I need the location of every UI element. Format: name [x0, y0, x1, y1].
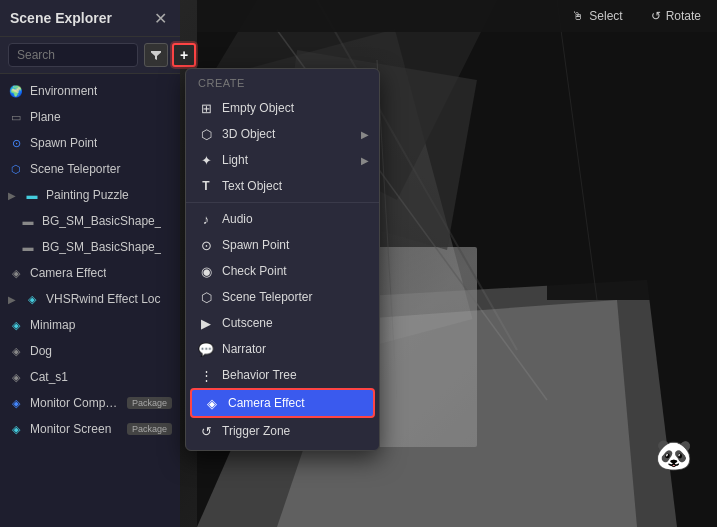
create-spawn-point[interactable]: ⊙ Spawn Point — [186, 232, 379, 258]
package-badge: Package — [127, 397, 172, 409]
create-empty-object[interactable]: ⊞ Empty Object — [186, 95, 379, 121]
item-label: Cutscene — [222, 316, 273, 330]
create-light[interactable]: ✦ Light ▶ — [186, 147, 379, 173]
item-label: BG_SM_BasicShape_ — [42, 214, 161, 228]
filter-icon — [150, 49, 162, 61]
camera-effect-create-icon: ◈ — [204, 395, 220, 411]
search-input[interactable] — [8, 43, 138, 67]
svg-rect-7 — [547, 0, 717, 300]
list-item-spawn-point[interactable]: ⊙ Spawn Point — [0, 130, 180, 156]
item-label: Camera Effect — [228, 396, 304, 410]
create-behavior-tree[interactable]: ⋮ Behavior Tree — [186, 362, 379, 388]
environment-icon: 🌍 — [8, 83, 24, 99]
package-badge: Package — [127, 423, 172, 435]
list-item-monitor-screen[interactable]: ◈ Monitor Screen Package — [0, 416, 180, 442]
trigger-zone-icon: ↺ — [198, 423, 214, 439]
item-label: 3D Object — [222, 127, 275, 141]
top-toolbar: 🖱 Select ↺ Rotate — [197, 0, 717, 32]
audio-icon: ♪ — [198, 211, 214, 227]
select-button[interactable]: 🖱 Select — [566, 6, 628, 26]
rotate-label: Rotate — [666, 9, 701, 23]
shape-icon: ▬ — [20, 239, 36, 255]
teleporter-icon: ⬡ — [8, 161, 24, 177]
item-label: BG_SM_BasicShape_ — [42, 240, 161, 254]
item-label: Check Point — [222, 264, 287, 278]
item-label: Camera Effect — [30, 266, 106, 280]
create-trigger-zone[interactable]: ↺ Trigger Zone — [186, 418, 379, 444]
item-label: Dog — [30, 344, 52, 358]
create-camera-effect[interactable]: ◈ Camera Effect — [190, 388, 375, 418]
list-item-bg-sm-2[interactable]: ▬ BG_SM_BasicShape_ — [0, 234, 180, 260]
create-scene-teleporter[interactable]: ⬡ Scene Teleporter — [186, 284, 379, 310]
monitor-icon: ◈ — [8, 395, 24, 411]
create-narrator[interactable]: 💬 Narrator — [186, 336, 379, 362]
scene-teleporter-icon: ⬡ — [198, 289, 214, 305]
close-button[interactable]: ✕ — [150, 8, 170, 28]
item-label: Scene Teleporter — [222, 290, 313, 304]
cursor-icon: 🖱 — [572, 9, 584, 23]
vhsr-icon: ◈ — [24, 291, 40, 307]
list-item-dog[interactable]: ◈ Dog — [0, 338, 180, 364]
explorer-search-bar: + — [0, 37, 180, 74]
item-label: Behavior Tree — [222, 368, 297, 382]
filter-button[interactable] — [144, 43, 168, 67]
list-item-minimap[interactable]: ◈ Minimap — [0, 312, 180, 338]
submenu-arrow: ▶ — [361, 155, 369, 166]
create-audio[interactable]: ♪ Audio — [186, 206, 379, 232]
spawn-icon: ⊙ — [8, 135, 24, 151]
list-item-painting-puzzle[interactable]: ▶ ▬ Painting Puzzle — [0, 182, 180, 208]
explorer-header: Scene Explorer ✕ — [0, 0, 180, 37]
create-cutscene[interactable]: ▶ Cutscene — [186, 310, 379, 336]
list-item-vhsr[interactable]: ▶ ◈ VHSRwind Effect Loc — [0, 286, 180, 312]
camera-effect-icon: ◈ — [8, 265, 24, 281]
rotate-button[interactable]: ↺ Rotate — [645, 6, 707, 26]
minimap-icon: ◈ — [8, 317, 24, 333]
create-check-point[interactable]: ◉ Check Point — [186, 258, 379, 284]
add-button[interactable]: + — [172, 43, 196, 67]
cutscene-icon: ▶ — [198, 315, 214, 331]
submenu-arrow: ▶ — [361, 129, 369, 140]
expand-arrow: ▶ — [8, 294, 16, 305]
create-3d-object[interactable]: ⬡ 3D Object ▶ — [186, 121, 379, 147]
list-item-environment[interactable]: 🌍 Environment — [0, 78, 180, 104]
list-item-monitor-computer[interactable]: ◈ Monitor Computer Package — [0, 390, 180, 416]
item-label: Spawn Point — [30, 136, 97, 150]
spawn-point-icon: ⊙ — [198, 237, 214, 253]
screen-icon: ◈ — [8, 421, 24, 437]
explorer-actions: + — [144, 43, 196, 67]
item-label: Empty Object — [222, 101, 294, 115]
list-item-bg-sm-1[interactable]: ▬ BG_SM_BasicShape_ — [0, 208, 180, 234]
divider — [186, 202, 379, 203]
item-label: Light — [222, 153, 248, 167]
cat-icon: ◈ — [8, 369, 24, 385]
puzzle-icon: ▬ — [24, 187, 40, 203]
explorer-list: 🌍 Environment ▭ Plane ⊙ Spawn Point ⬡ Sc… — [0, 74, 180, 527]
list-item-scene-teleporter[interactable]: ⬡ Scene Teleporter — [0, 156, 180, 182]
list-item-camera-effect[interactable]: ◈ Camera Effect — [0, 260, 180, 286]
item-label: Minimap — [30, 318, 75, 332]
3d-object-icon: ⬡ — [198, 126, 214, 142]
plane-icon: ▭ — [8, 109, 24, 125]
character-panda-bottom: 🐼 — [655, 437, 692, 472]
scene-explorer-panel: Scene Explorer ✕ + 🌍 Environment ▭ Plane… — [0, 0, 180, 527]
behavior-tree-icon: ⋮ — [198, 367, 214, 383]
create-text-object[interactable]: T Text Object — [186, 173, 379, 199]
text-icon: T — [198, 178, 214, 194]
select-label: Select — [589, 9, 622, 23]
item-label: Spawn Point — [222, 238, 289, 252]
item-label: Text Object — [222, 179, 282, 193]
rotate-icon: ↺ — [651, 9, 661, 23]
item-label: Painting Puzzle — [46, 188, 129, 202]
explorer-title: Scene Explorer — [10, 10, 112, 26]
dog-icon: ◈ — [8, 343, 24, 359]
item-label: Trigger Zone — [222, 424, 290, 438]
create-dropdown-menu: Create ⊞ Empty Object ⬡ 3D Object ▶ ✦ Li… — [185, 68, 380, 451]
list-item-cat-s1[interactable]: ◈ Cat_s1 — [0, 364, 180, 390]
list-item-plane[interactable]: ▭ Plane — [0, 104, 180, 130]
item-label: Cat_s1 — [30, 370, 68, 384]
narrator-icon: 💬 — [198, 341, 214, 357]
item-label: Scene Teleporter — [30, 162, 121, 176]
item-label: Environment — [30, 84, 97, 98]
empty-object-icon: ⊞ — [198, 100, 214, 116]
item-label: Narrator — [222, 342, 266, 356]
